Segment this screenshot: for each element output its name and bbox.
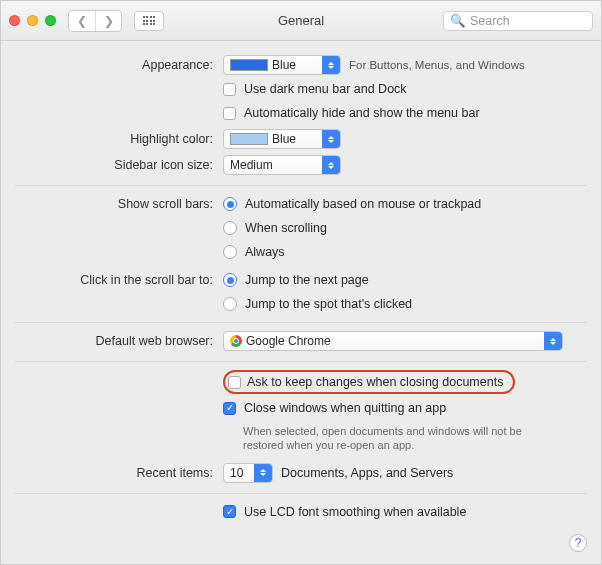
chevron-updown-icon [322, 156, 340, 174]
search-placeholder: Search [470, 14, 510, 28]
grid-icon [143, 16, 156, 25]
jump-spot-radio[interactable] [223, 297, 237, 311]
chevron-updown-icon [254, 464, 272, 482]
scrollbars-label: Show scroll bars: [15, 194, 223, 211]
separator [15, 185, 587, 186]
highlight-select[interactable]: Blue [223, 129, 341, 149]
sidebar-size-select[interactable]: Medium [223, 155, 341, 175]
auto-hide-menu-checkbox[interactable] [223, 107, 236, 120]
content-area: Appearance: Blue For Buttons, Menus, and… [1, 41, 601, 564]
help-button[interactable]: ? [569, 534, 587, 552]
close-windows-label: Close windows when quitting an app [244, 401, 446, 415]
close-windows-checkbox[interactable] [223, 402, 236, 415]
chevron-updown-icon [322, 56, 340, 74]
separator [15, 361, 587, 362]
recent-select[interactable]: 10 [223, 463, 273, 483]
preferences-window: ❮ ❯ General 🔍 Search Appearance: Blue [0, 0, 602, 565]
appearance-label: Appearance: [15, 55, 223, 72]
browser-label: Default web browser: [15, 331, 223, 348]
appearance-hint: For Buttons, Menus, and Windows [349, 59, 525, 71]
recent-label: Recent items: [15, 463, 223, 480]
recent-value: 10 [230, 466, 243, 480]
auto-hide-menu-label: Automatically hide and show the menu bar [244, 106, 480, 120]
titlebar: ❮ ❯ General 🔍 Search [1, 1, 601, 41]
scroll-when-radio[interactable] [223, 221, 237, 235]
sidebar-size-value: Medium [230, 158, 273, 172]
scroll-always-radio[interactable] [223, 245, 237, 259]
ask-keep-checkbox[interactable] [228, 376, 241, 389]
jump-spot-label: Jump to the spot that's clicked [245, 297, 412, 311]
browser-select[interactable]: Google Chrome [223, 331, 563, 351]
search-icon: 🔍 [450, 13, 466, 28]
chrome-icon [230, 335, 242, 347]
window-title: General [278, 13, 324, 28]
dark-menu-label: Use dark menu bar and Dock [244, 82, 407, 96]
lcd-smoothing-checkbox[interactable] [223, 505, 236, 518]
recent-suffix: Documents, Apps, and Servers [281, 466, 453, 480]
highlight-label: Highlight color: [15, 129, 223, 146]
highlighted-option: Ask to keep changes when closing documen… [223, 370, 515, 394]
close-icon[interactable] [9, 15, 20, 26]
browser-value: Google Chrome [246, 334, 331, 348]
scroll-when-label: When scrolling [245, 221, 327, 235]
separator [15, 322, 587, 323]
show-all-button[interactable] [134, 11, 164, 31]
appearance-select[interactable]: Blue [223, 55, 341, 75]
jump-page-label: Jump to the next page [245, 273, 369, 287]
separator [15, 493, 587, 494]
zoom-icon[interactable] [45, 15, 56, 26]
close-windows-note: When selected, open documents and window… [243, 424, 563, 453]
scroll-auto-label: Automatically based on mouse or trackpad [245, 197, 481, 211]
sidebar-size-label: Sidebar icon size: [15, 155, 223, 172]
nav-back-forward: ❮ ❯ [68, 10, 122, 32]
lcd-smoothing-label: Use LCD font smoothing when available [244, 505, 466, 519]
scroll-auto-radio[interactable] [223, 197, 237, 211]
minimize-icon[interactable] [27, 15, 38, 26]
chevron-updown-icon [544, 332, 562, 350]
ask-keep-label: Ask to keep changes when closing documen… [247, 375, 503, 389]
back-button[interactable]: ❮ [69, 11, 95, 31]
dark-menu-checkbox[interactable] [223, 83, 236, 96]
jump-page-radio[interactable] [223, 273, 237, 287]
highlight-value: Blue [272, 132, 296, 146]
forward-button[interactable]: ❯ [95, 11, 121, 31]
chevron-updown-icon [322, 130, 340, 148]
lightblue-swatch-icon [230, 133, 268, 145]
blue-swatch-icon [230, 59, 268, 71]
window-controls [9, 15, 56, 26]
click-scroll-label: Click in the scroll bar to: [15, 270, 223, 287]
search-field[interactable]: 🔍 Search [443, 11, 593, 31]
appearance-value: Blue [272, 58, 296, 72]
scroll-always-label: Always [245, 245, 285, 259]
